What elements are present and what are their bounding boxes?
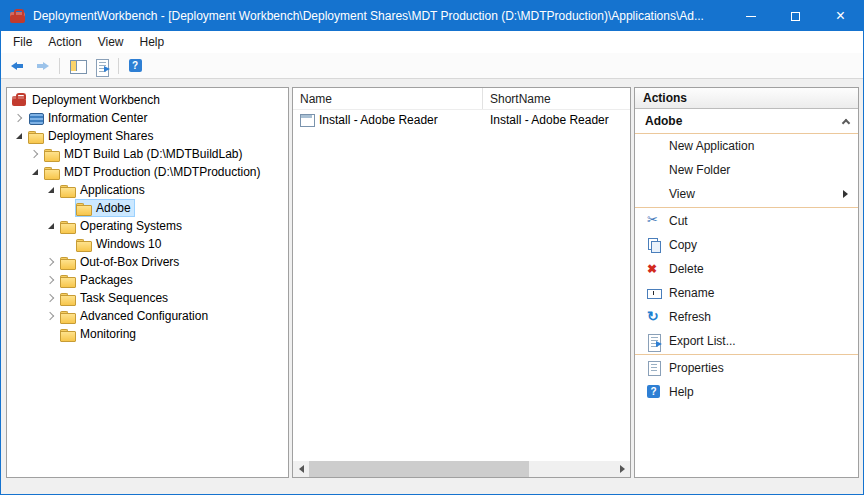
- tree-expander-icon[interactable]: [43, 307, 59, 325]
- action-label: New Application: [669, 139, 754, 153]
- folder-icon: [60, 309, 76, 323]
- minimize-button[interactable]: [728, 1, 773, 31]
- tree-expander-icon[interactable]: [43, 271, 59, 289]
- close-button[interactable]: [818, 1, 863, 31]
- folder-icon: [60, 219, 76, 233]
- tree-item-applications[interactable]: Applications: [7, 181, 288, 199]
- tree-item-mdt-build-lab[interactable]: MDT Build Lab (D:\MDTBuildLab): [7, 145, 288, 163]
- deployment-workbench-window: DeploymentWorkbench - [Deployment Workbe…: [0, 0, 864, 495]
- actions-list: New Application New Folder View Cut Copy…: [635, 134, 858, 404]
- show-hide-console-tree-button[interactable]: [65, 55, 88, 77]
- actions-pane-title: Actions: [635, 88, 858, 109]
- tree-item-information-center[interactable]: Information Center: [7, 109, 288, 127]
- action-new-application[interactable]: New Application: [635, 134, 858, 158]
- tree-item-out-of-box-drivers[interactable]: Out-of-Box Drivers: [7, 253, 288, 271]
- tree-expander-icon[interactable]: [11, 109, 27, 127]
- action-delete[interactable]: Delete: [635, 257, 858, 281]
- tree-expander-icon[interactable]: [11, 127, 27, 145]
- cell-shortname: Install - Adobe Reader: [490, 113, 609, 127]
- cell-name: Install - Adobe Reader: [319, 113, 438, 127]
- action-refresh[interactable]: Refresh: [635, 305, 858, 329]
- copy-icon: [647, 238, 661, 252]
- export-list-button[interactable]: [90, 55, 113, 77]
- scrollbar-track[interactable]: [309, 461, 614, 477]
- action-label: View: [669, 187, 695, 201]
- menu-action[interactable]: Action: [40, 32, 89, 52]
- tree-item-packages[interactable]: Packages: [7, 271, 288, 289]
- list-row-install-adobe-reader[interactable]: Install - Adobe Reader Install - Adobe R…: [293, 110, 630, 130]
- action-label: Delete: [669, 262, 704, 276]
- tree-item-operating-systems[interactable]: Operating Systems: [7, 217, 288, 235]
- tree-item-label: Applications: [80, 181, 145, 199]
- tree-expander-icon[interactable]: [43, 181, 59, 199]
- menu-help[interactable]: Help: [132, 32, 173, 52]
- action-label: Copy: [669, 238, 697, 252]
- tree-item-mdt-production[interactable]: MDT Production (D:\MDTProduction): [7, 163, 288, 181]
- tree-item-monitoring[interactable]: Monitoring: [7, 325, 288, 343]
- menu-view[interactable]: View: [90, 32, 132, 52]
- column-header-shortname[interactable]: ShortName: [483, 88, 631, 109]
- scroll-right-button[interactable]: [614, 461, 630, 477]
- refresh-icon: [647, 310, 661, 324]
- folder-icon: [28, 129, 44, 143]
- app-icon: [10, 9, 26, 23]
- tree-expander-icon[interactable]: [43, 253, 59, 271]
- menu-file[interactable]: File: [5, 32, 40, 52]
- action-label: Help: [669, 385, 694, 399]
- collapse-group-icon[interactable]: [842, 118, 850, 126]
- horizontal-scrollbar[interactable]: [293, 461, 630, 477]
- folder-icon: [60, 255, 76, 269]
- tree-item-adobe[interactable]: Adobe: [7, 199, 288, 217]
- tree-item-deployment-shares[interactable]: Deployment Shares: [7, 127, 288, 145]
- toolbar-separator: [118, 58, 119, 74]
- tree-item-windows-10[interactable]: Windows 10: [7, 235, 288, 253]
- tree-item-task-sequences[interactable]: Task Sequences: [7, 289, 288, 307]
- results-list-pane: Name ShortName Install - Adobe Reader In…: [292, 87, 631, 478]
- scrollbar-thumb[interactable]: [309, 461, 529, 477]
- minimize-icon: [746, 16, 756, 17]
- help-button[interactable]: [124, 55, 147, 77]
- action-export-list[interactable]: Export List...: [635, 329, 858, 353]
- action-new-folder[interactable]: New Folder: [635, 158, 858, 182]
- tree-item-deployment-workbench[interactable]: Deployment Workbench: [7, 91, 288, 109]
- console-tree-pane: Deployment Workbench Information Center …: [6, 87, 289, 478]
- actions-separator: [635, 354, 858, 355]
- tree-item-label: Packages: [80, 271, 133, 289]
- forward-button[interactable]: [31, 55, 54, 77]
- tree-item-label: Advanced Configuration: [80, 307, 208, 325]
- window-title: DeploymentWorkbench - [Deployment Workbe…: [33, 9, 728, 23]
- tree-expander-icon[interactable]: [43, 325, 59, 343]
- list-header: Name ShortName: [293, 88, 630, 110]
- action-rename[interactable]: Rename: [635, 281, 858, 305]
- tree-item-label: Windows 10: [96, 235, 161, 253]
- action-label: Export List...: [669, 334, 736, 348]
- toolbar: [1, 53, 863, 79]
- tree-item-label: Operating Systems: [80, 217, 182, 235]
- action-view[interactable]: View: [635, 182, 858, 206]
- action-properties[interactable]: Properties: [635, 356, 858, 380]
- actions-pane: Actions Adobe New Application New Folder…: [634, 87, 859, 478]
- tree-item-label: Deployment Workbench: [32, 91, 160, 109]
- action-copy[interactable]: Copy: [635, 233, 858, 257]
- actions-group-adobe[interactable]: Adobe: [635, 109, 858, 134]
- tree-expander-icon[interactable]: [43, 217, 59, 235]
- tree-expander-icon[interactable]: [27, 145, 43, 163]
- scroll-left-button[interactable]: [293, 461, 309, 477]
- tree-expander-icon[interactable]: [27, 163, 43, 181]
- action-cut[interactable]: Cut: [635, 209, 858, 233]
- action-help[interactable]: Help: [635, 380, 858, 404]
- forward-icon: [36, 59, 50, 73]
- column-label: ShortName: [490, 92, 551, 106]
- maximize-button[interactable]: [773, 1, 818, 31]
- tree-expander-icon[interactable]: [43, 289, 59, 307]
- actions-separator: [635, 207, 858, 208]
- tree-item-advanced-configuration[interactable]: Advanced Configuration: [7, 307, 288, 325]
- help-icon: [647, 385, 661, 399]
- column-header-name[interactable]: Name: [293, 88, 483, 109]
- tree-expander-icon[interactable]: [59, 199, 75, 217]
- folder-icon: [60, 291, 76, 305]
- back-button[interactable]: [6, 55, 29, 77]
- selected-tree-node[interactable]: Adobe: [75, 199, 135, 217]
- tree-expander-icon[interactable]: [59, 235, 75, 253]
- tree-item-label: Out-of-Box Drivers: [80, 253, 179, 271]
